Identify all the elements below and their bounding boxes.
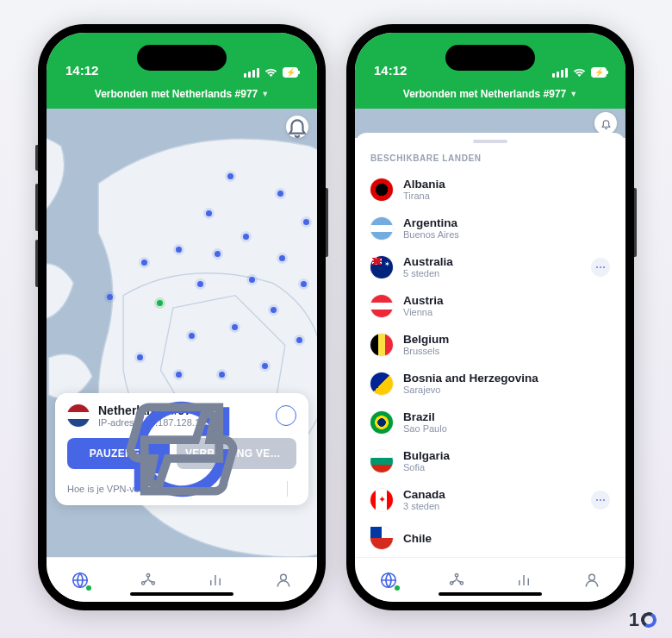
- country-row[interactable]: Chile: [355, 519, 625, 557]
- nav-stats[interactable]: [514, 571, 533, 590]
- country-city: 3 steden: [403, 501, 581, 511]
- connection-banner[interactable]: Verbonden met Netherlands #977 ▼: [355, 83, 625, 109]
- notifications-button[interactable]: [286, 116, 308, 138]
- dynamic-island: [445, 45, 535, 71]
- svg-point-6: [455, 573, 457, 576]
- notifications-button[interactable]: [594, 112, 617, 134]
- country-name: Argentina: [403, 216, 610, 229]
- country-name: Canada: [403, 488, 581, 501]
- country-row[interactable]: BulgariaSofia: [355, 441, 625, 480]
- sheet-handle[interactable]: [473, 140, 507, 143]
- map-pin-current[interactable]: [157, 300, 163, 306]
- clock: 14:12: [65, 63, 98, 78]
- nav-profile[interactable]: [582, 571, 601, 590]
- country-name: Albania: [403, 178, 610, 191]
- country-city: Sarajevo: [403, 385, 610, 395]
- chevron-down-icon: ▼: [261, 90, 269, 98]
- home-indicator[interactable]: [130, 592, 233, 596]
- section-header: BESCHIKBARE LANDEN: [355, 148, 625, 170]
- country-city: Tirana: [403, 191, 610, 201]
- nav-map[interactable]: [379, 571, 398, 590]
- phone-frame-right: 14:12 ⚡ Verbonden met Netherlands #977 ▼…: [346, 24, 634, 610]
- flag-icon: [370, 295, 393, 317]
- country-city: Brussels: [403, 346, 610, 356]
- battery-icon: ⚡: [283, 67, 298, 78]
- country-city: Sofia: [403, 462, 610, 472]
- country-city: Buenos Aires: [403, 229, 610, 240]
- country-city: Sao Paulo: [403, 423, 610, 434]
- more-button[interactable]: ⋯: [591, 491, 610, 510]
- country-name: Australia: [403, 255, 581, 268]
- country-row[interactable]: AustriaVienna: [355, 286, 625, 325]
- country-name: Chile: [403, 532, 610, 545]
- chevron-down-icon: ▼: [569, 90, 577, 98]
- svg-point-1: [146, 573, 149, 576]
- home-indicator[interactable]: [439, 592, 542, 596]
- more-button[interactable]: ⋯: [591, 258, 610, 277]
- country-row[interactable]: AlbaniaTirana: [355, 170, 625, 209]
- flag-icon: [370, 372, 393, 395]
- nav-stats[interactable]: [206, 571, 225, 590]
- clock: 14:12: [374, 63, 407, 78]
- country-row[interactable]: Australia5 steden⋯: [355, 247, 625, 286]
- country-row[interactable]: Canada3 steden⋯: [355, 480, 625, 519]
- brand-watermark: 1: [629, 609, 656, 631]
- country-name: Austria: [403, 294, 610, 307]
- flag-icon: [370, 527, 393, 549]
- flag-icon: [370, 217, 393, 240]
- country-name: Bosnia and Herzegovina: [403, 372, 610, 385]
- flag-icon: [370, 489, 393, 511]
- country-row[interactable]: BelgiumBrussels: [355, 325, 625, 364]
- country-list[interactable]: AlbaniaTiranaArgentinaBuenos AiresAustra…: [355, 170, 625, 557]
- flag-icon: [370, 178, 393, 201]
- country-row[interactable]: BrazilSao Paulo: [355, 403, 625, 441]
- country-row[interactable]: ArgentinaBuenos Aires: [355, 209, 625, 247]
- country-city: Vienna: [403, 307, 610, 317]
- wifi-icon: [264, 68, 277, 78]
- country-row[interactable]: Bosnia and HerzegovinaSarajevo: [355, 364, 625, 403]
- country-name: Brazil: [403, 410, 610, 423]
- nav-mesh[interactable]: [139, 571, 158, 590]
- battery-icon: ⚡: [591, 67, 607, 78]
- country-city: 5 steden: [403, 268, 581, 278]
- connection-card: Netherlands #977 IP-adres: 193.187.128.1…: [55, 393, 308, 505]
- svg-point-9: [588, 574, 594, 580]
- nav-profile[interactable]: [274, 571, 293, 590]
- svg-point-4: [280, 574, 286, 580]
- nav-map[interactable]: [71, 571, 90, 590]
- wifi-icon: [573, 68, 586, 78]
- nav-mesh[interactable]: [447, 571, 466, 590]
- country-sheet[interactable]: BESCHIKBARE LANDEN AlbaniaTiranaArgentin…: [355, 133, 625, 557]
- cellular-icon: [552, 68, 568, 78]
- flag-icon: [370, 450, 393, 472]
- connection-banner[interactable]: Verbonden met Netherlands #977 ▼: [47, 83, 317, 109]
- flag-icon: [370, 256, 393, 278]
- country-name: Bulgaria: [403, 449, 610, 462]
- phone-frame-left: 14:12 ⚡ Verbonden met Netherlands #977 ▼: [38, 24, 326, 610]
- dynamic-island: [137, 45, 227, 71]
- flag-icon: [370, 334, 393, 356]
- cellular-icon: [244, 68, 259, 78]
- country-name: Belgium: [403, 333, 610, 346]
- flag-icon: [370, 411, 393, 434]
- server-map[interactable]: Netherlands #977 IP-adres: 193.187.128.1…: [47, 109, 317, 557]
